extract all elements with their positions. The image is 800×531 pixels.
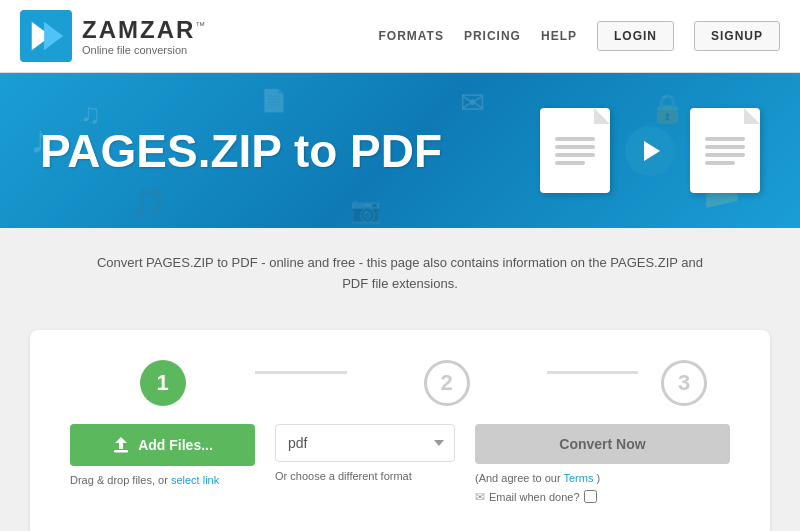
- target-file-icon: [690, 108, 760, 193]
- source-file-icon: [540, 108, 610, 193]
- header: ZAMZAR™ Online file conversion FORMATS P…: [0, 0, 800, 73]
- step-connector-1: [255, 371, 347, 374]
- controls-row: Add Files... Drag & drop files, or selec…: [70, 424, 730, 504]
- nav-formats[interactable]: FORMATS: [379, 29, 444, 43]
- play-button-icon: [625, 126, 675, 176]
- select-link[interactable]: select link: [171, 474, 219, 486]
- add-files-button[interactable]: Add Files...: [70, 424, 255, 466]
- signup-button[interactable]: SIGNUP: [694, 21, 780, 51]
- logo-name-text: ZAMZAR: [82, 16, 195, 43]
- terms-prefix: (And agree to our: [475, 472, 561, 484]
- step-3-circle: 3: [661, 360, 707, 406]
- login-button[interactable]: LOGIN: [597, 21, 674, 51]
- logo-subtitle: Online file conversion: [82, 44, 207, 56]
- terms-link[interactable]: Terms: [563, 472, 593, 484]
- add-files-column: Add Files... Drag & drop files, or selec…: [70, 424, 255, 486]
- banner-title: PAGES.ZIP to PDF: [40, 124, 442, 178]
- nav-area: FORMATS PRICING HELP LOGIN SIGNUP: [379, 21, 780, 51]
- logo-icon: [20, 10, 72, 62]
- email-row: ✉ Email when done?: [475, 490, 730, 504]
- logo-area: ZAMZAR™ Online file conversion: [20, 10, 207, 62]
- svg-text:🎵: 🎵: [130, 185, 168, 221]
- email-when-done-checkbox[interactable]: [584, 490, 597, 503]
- svg-marker-1: [44, 22, 63, 51]
- format-column: pdf doc docx Or choose a different forma…: [255, 424, 455, 482]
- banner-right: [540, 108, 760, 193]
- step-connector-2: [547, 371, 639, 374]
- converter-card: 1 2 3 Add Files... Drag & drop files, or…: [30, 330, 770, 531]
- svg-text:📷: 📷: [350, 194, 382, 225]
- logo-tm: ™: [195, 20, 207, 31]
- play-triangle-icon: [644, 141, 660, 161]
- banner: ♪ ♫ 📁 🎵 ✉ 📷 📄 🔒 PAGES.ZIP to PDF: [0, 73, 800, 228]
- svg-text:✉: ✉: [460, 86, 485, 119]
- step-1-circle: 1: [140, 360, 186, 406]
- logo-text: ZAMZAR™ Online file conversion: [82, 16, 207, 56]
- nav-pricing[interactable]: PRICING: [464, 29, 521, 43]
- convert-column: Convert Now (And agree to our Terms ) ✉ …: [455, 424, 730, 504]
- upload-icon: [112, 436, 130, 454]
- logo-name: ZAMZAR™: [82, 16, 207, 44]
- file-icon-lines-2: [705, 133, 745, 169]
- different-format-text: Or choose a different format: [275, 470, 455, 482]
- format-select[interactable]: pdf doc docx: [275, 424, 455, 462]
- add-files-label: Add Files...: [138, 437, 213, 453]
- svg-text:📄: 📄: [260, 87, 288, 114]
- email-when-done-label: Email when done?: [489, 491, 580, 503]
- terms-suffix: ): [597, 472, 601, 484]
- steps-header: 1 2 3: [70, 360, 730, 406]
- step-2-circle: 2: [424, 360, 470, 406]
- email-icon: ✉: [475, 490, 485, 504]
- drag-drop-text: Drag & drop files, or select link: [70, 474, 255, 486]
- nav-help[interactable]: HELP: [541, 29, 577, 43]
- drag-drop-label: Drag & drop files, or: [70, 474, 168, 486]
- description-text: Convert PAGES.ZIP to PDF - online and fr…: [90, 253, 710, 295]
- svg-rect-10: [114, 450, 128, 453]
- convert-now-button[interactable]: Convert Now: [475, 424, 730, 464]
- description-area: Convert PAGES.ZIP to PDF - online and fr…: [0, 228, 800, 320]
- terms-text: (And agree to our Terms ): [475, 472, 730, 484]
- file-icon-lines: [555, 133, 595, 169]
